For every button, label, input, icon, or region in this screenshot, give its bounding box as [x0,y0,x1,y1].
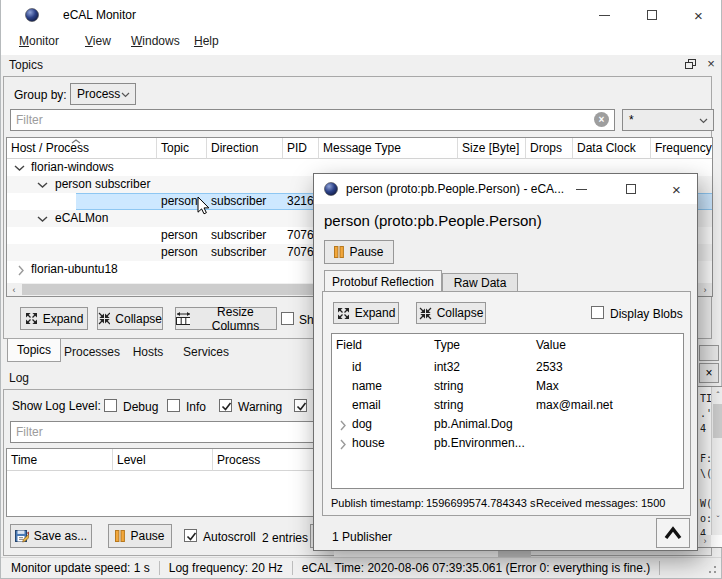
col-topic[interactable]: Topic [157,138,207,159]
field-type: pb.Animal.Dog [434,417,513,431]
menu-monitor[interactable]: Monitor [19,34,59,48]
group-by-select[interactable]: Process [70,83,136,105]
field-row[interactable]: email string max@mail.net [332,396,683,415]
maximize-button[interactable] [608,174,653,204]
tab-raw-data[interactable]: Raw Data [442,273,518,292]
entries-count: 2 entries [262,531,308,545]
col-pid[interactable]: PID [283,138,319,159]
resize-columns-label: Resize Columns [195,305,276,333]
field-row-expandable[interactable]: dog pb.Animal.Dog [332,415,683,434]
close-button[interactable]: × [654,174,699,204]
tab-label: Hosts [133,345,164,359]
col-level[interactable]: Level [113,449,213,471]
error-checkbox[interactable] [294,399,307,412]
dialog-expand-button[interactable]: Expand [333,302,399,324]
chevron-collapsed-icon[interactable] [17,265,25,276]
show-log-level-label: Show Log Level: [12,399,101,413]
col-host-process[interactable]: Host / Process [7,138,157,159]
debug-checkbox[interactable] [104,399,117,412]
col-type[interactable]: Type [430,334,532,356]
menu-help[interactable]: Help [194,34,219,48]
chevron-expanded-icon[interactable] [14,164,25,172]
log-pause-button[interactable]: Pause [108,524,172,548]
dialog-pause-button[interactable]: Pause [324,240,394,264]
field-value: max@mail.net [536,398,613,412]
show-checkbox[interactable] [281,312,294,325]
close-panel-icon[interactable]: × [704,56,718,71]
col-size[interactable]: Size [Byte] [458,138,526,159]
scroll-to-top-button[interactable] [656,518,690,548]
maximize-button[interactable] [629,0,674,30]
field-value: Max [536,379,559,393]
group-by-value: Process [77,87,120,101]
col-direction[interactable]: Direction [207,138,283,159]
chevron-collapsed-icon[interactable] [339,439,347,450]
log-level-row: Show Log Level: [12,398,101,414]
field-row-expandable[interactable]: house pb.Environmen... [332,434,683,453]
float-panel-icon[interactable] [699,345,719,361]
check-icon [220,400,233,413]
vertical-scrollbar[interactable]: ˆ ˇ [711,387,722,535]
field-row[interactable]: id int32 2533 [332,358,683,377]
resize-grip[interactable] [705,562,718,575]
col-field[interactable]: Field [332,334,430,356]
minimize-button[interactable] [559,174,604,204]
float-panel-icon[interactable] [683,58,697,71]
save-as-button[interactable]: Save as... [10,524,92,548]
title-bar: eCAL Monitor × [1,0,721,30]
scroll-right-icon[interactable]: › [698,283,712,296]
col-data-clock[interactable]: Data Clock [573,138,651,159]
collapse-button[interactable]: Collapse [97,307,163,330]
topics-filter-input[interactable] [10,109,615,131]
ecal-monitor-window: eCAL Monitor × Monitor View Windows Help… [0,0,722,579]
scroll-right-icon[interactable]: › [699,535,711,547]
tab-protobuf-reflection[interactable]: Protobuf Reflection [324,270,442,292]
warning-checkbox[interactable] [219,399,232,412]
menu-view[interactable]: View [85,34,111,48]
dialog-collapse-button[interactable]: Collapse [416,302,486,324]
chevron-collapsed-icon[interactable] [339,420,347,431]
autoscroll-checkbox[interactable] [184,529,197,542]
field-row[interactable]: name string Max [332,377,683,396]
tab-label: Protobuf Reflection [332,275,434,289]
tab-processes[interactable]: Processes [61,341,123,362]
expand-icon [337,307,350,320]
resize-columns-button[interactable]: Resize Columns [175,307,277,330]
system-info-content: TI .' 4 F: \( W( o: 4. ˆ ˇ › [697,386,722,548]
col-frequency[interactable]: Frequency [ [651,138,712,159]
col-message-type[interactable]: Message Type [319,138,458,159]
minimize-button[interactable] [582,0,627,30]
group-by-label: Group by: [14,88,67,102]
col-time[interactable]: Time [7,449,113,471]
autoscroll-label: Autoscroll [203,530,256,544]
col-drops[interactable]: Drops [526,138,573,159]
menu-windows[interactable]: Windows [131,34,180,48]
expand-label: Expand [355,306,396,320]
scroll-up-icon[interactable]: ˆ [712,389,722,401]
app-icon [324,182,338,196]
scroll-left-icon[interactable]: ‹ [7,283,21,296]
scroll-down-icon[interactable]: ˇ [712,513,722,525]
clear-filter-icon[interactable]: × [594,112,609,127]
check-icon [185,530,198,543]
host-label: florian-ubuntu18 [31,262,118,276]
collapse-icon [98,312,110,325]
expand-button[interactable]: Expand [20,307,88,330]
tab-services[interactable]: Services [173,341,239,362]
display-blobs-checkbox[interactable] [591,306,604,319]
info-checkbox[interactable] [167,399,180,412]
close-button[interactable]: × [676,0,721,30]
field-type: pb.Environmen... [434,436,525,450]
scrollbar-thumb[interactable] [713,404,722,438]
col-value[interactable]: Value [532,334,683,356]
chevron-expanded-icon[interactable] [37,181,48,189]
tab-topics[interactable]: Topics [7,339,61,362]
tab-hosts[interactable]: Hosts [123,341,173,362]
fields-table: Field Type Value id int32 2533 name stri… [331,333,684,489]
filter-mode-select[interactable]: * [622,109,714,131]
close-panel-icon[interactable]: × [699,363,719,383]
pause-label: Pause [130,529,164,543]
pid-cell: 3216 [287,194,314,208]
reflection-pane: Expand Collapse Display Blobs Field Type… [322,291,691,516]
chevron-expanded-icon[interactable] [37,215,48,223]
